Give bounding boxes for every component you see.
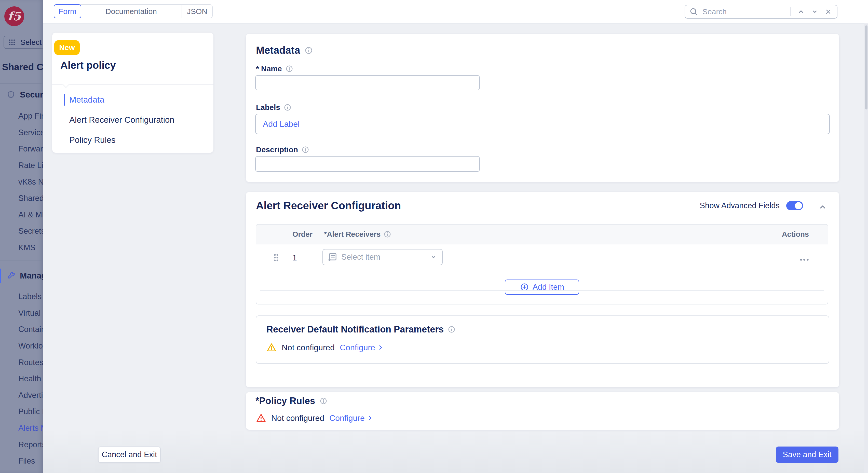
alert-receiver-configuration-section: Alert Receiver Configuration Show Advanc… bbox=[246, 192, 839, 387]
form-section-nav: Metadata Alert Receiver Configuration Po… bbox=[64, 90, 206, 150]
policy-configure-label: Configure bbox=[329, 413, 365, 423]
description-input[interactable] bbox=[255, 156, 480, 172]
info-icon[interactable] bbox=[320, 397, 327, 405]
policy-rules-title: *Policy Rules bbox=[255, 396, 315, 406]
chevron-up-icon bbox=[797, 7, 805, 16]
sidebar-item-shared[interactable]: Shared bbox=[18, 190, 43, 207]
sidebar-section-security-label: Securi bbox=[20, 90, 43, 99]
app-root: f5 Select Shared C Securi App Fir Servic… bbox=[0, 0, 868, 473]
shield-icon bbox=[7, 90, 15, 99]
row-divider bbox=[260, 290, 824, 291]
info-icon[interactable] bbox=[305, 46, 313, 55]
sidebar-item-advertise[interactable]: Adverti bbox=[18, 387, 43, 404]
description-field-label: Description bbox=[256, 145, 298, 154]
sidebar-item-files[interactable]: Files bbox=[18, 453, 43, 469]
sidebar-item-app-firewall[interactable]: App Fir bbox=[18, 108, 43, 125]
drag-handle-icon[interactable] bbox=[271, 253, 281, 263]
policy-configure-link[interactable]: Configure bbox=[329, 413, 374, 423]
params-status: Not configured bbox=[282, 343, 335, 352]
alert-receiver-select[interactable]: Select item bbox=[322, 249, 443, 265]
sidebar-item-workloads[interactable]: Workloa bbox=[18, 338, 43, 354]
sidebar-item-rate-limiting[interactable]: Rate Li bbox=[18, 157, 43, 174]
collapse-section-chevron-up-icon[interactable] bbox=[818, 202, 828, 212]
ellipsis-icon bbox=[799, 254, 810, 265]
app-grid-icon bbox=[8, 38, 16, 46]
labels-input-box[interactable]: Add Label bbox=[255, 114, 830, 134]
name-input[interactable] bbox=[255, 75, 480, 90]
sidebar-item-public-ip[interactable]: Public I bbox=[18, 404, 43, 420]
sidebar-section-management-label: Manag bbox=[20, 271, 43, 281]
sidebar-item-kms[interactable]: KMS bbox=[18, 240, 43, 256]
service-select-button[interactable]: Select bbox=[4, 36, 43, 49]
labels-field-label: Labels bbox=[256, 103, 280, 112]
sidebar-item-alerts-management[interactable]: Alerts M bbox=[18, 420, 43, 437]
drawer-header: Form Documentation JSON bbox=[43, 0, 868, 24]
status-badge: New bbox=[54, 40, 80, 55]
metadata-title: Metadata bbox=[256, 44, 300, 56]
row-actions-menu-button[interactable] bbox=[797, 252, 812, 267]
sidebar-security-items: App Fir Service Forwar Rate Li vK8s N Sh… bbox=[18, 108, 43, 256]
nav-item-policy-rules[interactable]: Policy Rules bbox=[64, 130, 206, 150]
tab-json[interactable]: JSON bbox=[182, 5, 212, 18]
info-icon[interactable] bbox=[285, 65, 293, 72]
sidebar-item-reports[interactable]: Reports bbox=[18, 436, 43, 453]
sidebar-item-forwarding[interactable]: Forwar bbox=[18, 141, 43, 157]
row-order-value: 1 bbox=[292, 253, 297, 262]
info-icon[interactable] bbox=[448, 325, 455, 333]
search-close-button[interactable] bbox=[822, 8, 837, 16]
search-next-button[interactable] bbox=[808, 7, 822, 16]
select-item-icon bbox=[328, 252, 337, 262]
search-input[interactable] bbox=[702, 7, 786, 16]
chevron-down-icon bbox=[810, 7, 819, 16]
column-header-actions: Actions bbox=[782, 224, 809, 244]
sidebar-item-containers[interactable]: Contain bbox=[18, 321, 43, 338]
sidebar-section-management[interactable]: Manag bbox=[0, 269, 43, 283]
receivers-table-header: Order *Alert Receivers Actions bbox=[256, 224, 828, 244]
scrollbar-thumb[interactable] bbox=[865, 26, 867, 109]
sidebar-management-items: Labels Virtual Contain Workloa Routes He… bbox=[18, 288, 43, 469]
params-configure-label: Configure bbox=[340, 343, 375, 352]
sidebar-item-secrets[interactable]: Secrets bbox=[18, 223, 43, 240]
show-advanced-fields-label: Show Advanced Fields bbox=[700, 201, 780, 210]
workspace-title: Shared C bbox=[2, 62, 43, 72]
sidebar-item-vk8s[interactable]: vK8s N bbox=[18, 174, 43, 190]
footer-gradient bbox=[43, 430, 868, 473]
sidebar-item-labels[interactable]: Labels bbox=[18, 288, 43, 305]
info-icon[interactable] bbox=[302, 146, 309, 154]
panel-divider bbox=[52, 84, 213, 85]
sidebar-item-routes[interactable]: Routes bbox=[18, 354, 43, 371]
tab-documentation[interactable]: Documentation bbox=[81, 5, 182, 18]
add-item-button[interactable]: Add Item bbox=[505, 280, 579, 295]
sidebar-item-health[interactable]: Health bbox=[18, 371, 43, 387]
policy-rules-section: *Policy Rules Not configured Configure bbox=[246, 392, 839, 430]
search-prev-button[interactable] bbox=[794, 7, 808, 16]
info-icon[interactable] bbox=[383, 230, 391, 238]
sidebar-item-ai-ml[interactable]: AI & ML bbox=[18, 207, 43, 223]
params-configure-link[interactable]: Configure bbox=[340, 343, 384, 352]
show-advanced-fields-toggle[interactable] bbox=[786, 201, 803, 210]
sidebar-item-service[interactable]: Service bbox=[18, 125, 43, 141]
policy-status: Not configured bbox=[271, 413, 324, 423]
toggle-knob bbox=[795, 202, 802, 209]
sidebar-section-security[interactable]: Securi bbox=[0, 88, 43, 102]
view-tabs: Form Documentation JSON bbox=[54, 4, 213, 18]
nav-item-metadata[interactable]: Metadata bbox=[64, 90, 206, 110]
info-icon[interactable] bbox=[284, 104, 291, 111]
search-box bbox=[685, 5, 837, 19]
receiver-default-notification-parameters-panel: Receiver Default Notification Parameters… bbox=[256, 315, 829, 364]
receiver-table-row: 1 Select item bbox=[256, 244, 828, 271]
cancel-and-exit-button[interactable]: Cancel and Exit bbox=[98, 446, 161, 463]
tab-form[interactable]: Form bbox=[54, 4, 81, 18]
object-title: Alert policy bbox=[60, 60, 116, 71]
column-header-alert-receivers: *Alert Receivers bbox=[324, 230, 380, 239]
warning-triangle-icon bbox=[267, 342, 277, 353]
sidebar-item-virtual[interactable]: Virtual bbox=[18, 305, 43, 321]
chevron-right-icon bbox=[366, 414, 374, 422]
save-and-exit-button[interactable]: Save and Exit bbox=[776, 446, 838, 463]
nav-item-alert-receiver-configuration[interactable]: Alert Receiver Configuration bbox=[64, 110, 206, 130]
chevron-down-icon bbox=[429, 253, 438, 261]
column-header-order: Order bbox=[292, 224, 312, 244]
sidebar-divider bbox=[0, 83, 43, 84]
add-label-link[interactable]: Add Label bbox=[263, 119, 300, 129]
metadata-section: Metadata * Name Labels Add Label Descrip… bbox=[246, 34, 839, 182]
